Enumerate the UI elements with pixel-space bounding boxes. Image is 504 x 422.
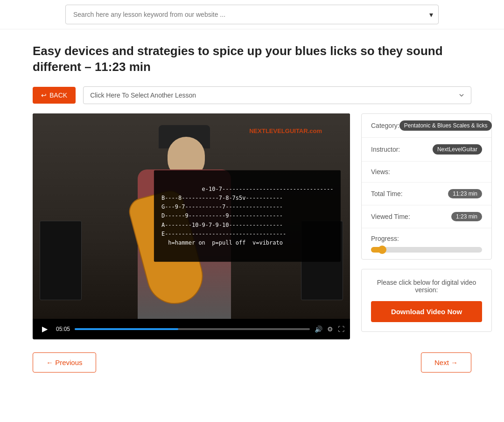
progress-thumb bbox=[378, 246, 386, 254]
category-label: Category: bbox=[371, 122, 399, 129]
views-label: Views: bbox=[371, 168, 390, 176]
instructor-label: Instructor: bbox=[371, 146, 400, 153]
sidebar: Category: Pentatonic & Blues Scales & li… bbox=[361, 113, 492, 332]
category-row: Category: Pentatonic & Blues Scales & li… bbox=[362, 114, 491, 138]
info-box: Category: Pentatonic & Blues Scales & li… bbox=[361, 113, 492, 260]
control-icons: 🔊 ⚙ ⛶ bbox=[315, 325, 344, 333]
video-controls: ▶ 05:05 🔊 ⚙ ⛶ bbox=[33, 319, 350, 339]
main-content: Easy devices and strategies to spice up … bbox=[5, 29, 499, 387]
speaker-left bbox=[40, 221, 82, 300]
back-button[interactable]: ↩ BACK bbox=[33, 87, 76, 104]
logo-text: NEXTLEVELGUITAR.com bbox=[249, 127, 322, 134]
total-time-row: Total Time: 11:23 min bbox=[362, 183, 491, 205]
content-area: NEXTLEVELGUITAR.com e-10-7--------------… bbox=[33, 113, 471, 339]
lesson-title: Easy devices and strategies to spice up … bbox=[33, 43, 471, 75]
viewed-time-row: Viewed Time: 1:23 min bbox=[362, 205, 491, 228]
category-badge: Pentatonic & Blues Scales & licks bbox=[399, 120, 492, 131]
progress-row: Progress: bbox=[362, 228, 491, 259]
back-arrow-icon: ↩ bbox=[41, 91, 47, 99]
next-button[interactable]: Next → bbox=[421, 352, 471, 373]
video-logo: NEXTLEVELGUITAR.com bbox=[249, 127, 322, 134]
progress-label: Progress: bbox=[371, 235, 482, 242]
viewed-time-value: 1:23 min bbox=[451, 212, 482, 221]
download-box: Please click below for digital video ver… bbox=[361, 269, 492, 332]
previous-button[interactable]: ← Previous bbox=[33, 352, 96, 373]
fullscreen-icon[interactable]: ⛶ bbox=[338, 325, 344, 333]
total-time-label: Total Time: bbox=[371, 190, 403, 197]
instructor-badge: NextLevelGuitar bbox=[433, 144, 482, 155]
video-scene: NEXTLEVELGUITAR.com e-10-7--------------… bbox=[33, 113, 350, 319]
nav-row: ← Previous Next → bbox=[33, 352, 471, 373]
volume-icon[interactable]: 🔊 bbox=[315, 325, 322, 333]
download-button[interactable]: Download Video Now bbox=[371, 301, 482, 322]
back-label: BACK bbox=[49, 91, 67, 99]
instructor-row: Instructor: NextLevelGuitar bbox=[362, 138, 491, 162]
top-bar: ▾ bbox=[0, 0, 504, 29]
viewed-time-label: Viewed Time: bbox=[371, 213, 410, 220]
guitar-tab-overlay: e-10-7--------------------------------- … bbox=[154, 170, 341, 262]
video-progress-bar[interactable] bbox=[75, 328, 310, 330]
search-chevron-icon: ▾ bbox=[429, 10, 433, 19]
tab-content: e-10-7--------------------------------- … bbox=[161, 185, 333, 246]
lesson-select[interactable]: Click Here To Select Another Lesson bbox=[83, 86, 471, 104]
search-input[interactable] bbox=[65, 5, 439, 24]
play-button[interactable]: ▶ bbox=[38, 323, 51, 336]
controls-row: ↩ BACK Click Here To Select Another Less… bbox=[33, 86, 471, 104]
video-container: NEXTLEVELGUITAR.com e-10-7--------------… bbox=[33, 113, 350, 339]
video-progress-fill bbox=[75, 328, 178, 330]
views-row: Views: bbox=[362, 162, 491, 183]
total-time-value: 11:23 min bbox=[448, 189, 482, 198]
video-frame: NEXTLEVELGUITAR.com e-10-7--------------… bbox=[33, 113, 350, 319]
search-container: ▾ bbox=[65, 5, 439, 24]
settings-icon[interactable]: ⚙ bbox=[327, 325, 333, 333]
download-text: Please click below for digital video ver… bbox=[371, 279, 482, 294]
progress-bar[interactable] bbox=[371, 247, 482, 253]
current-time: 05:05 bbox=[56, 326, 70, 332]
progress-fill bbox=[371, 247, 385, 253]
